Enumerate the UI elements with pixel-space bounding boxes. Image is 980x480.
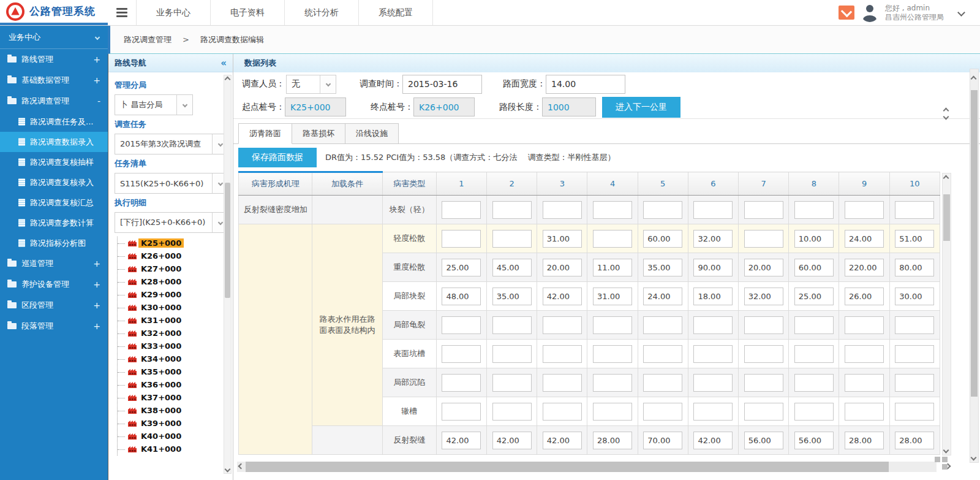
- damage-value-input[interactable]: [593, 259, 632, 276]
- damage-value-input[interactable]: [794, 288, 834, 305]
- damage-value-input[interactable]: [794, 432, 834, 449]
- damage-value-input[interactable]: [543, 374, 582, 392]
- scroll-left-icon[interactable]: [238, 463, 244, 470]
- top-nav-item[interactable]: 系统配置: [358, 0, 433, 25]
- expand-toggle-icon[interactable]: +: [93, 280, 100, 289]
- damage-value-input[interactable]: [693, 201, 733, 219]
- sidebar-item[interactable]: 段落管理+: [0, 316, 108, 337]
- expand-toggle-icon[interactable]: +: [93, 55, 100, 64]
- damage-value-input[interactable]: [895, 230, 934, 248]
- scrollbar-thumb[interactable]: [971, 90, 978, 397]
- grid-vertical-scrollbar[interactable]: [942, 173, 951, 455]
- damage-value-input[interactable]: [794, 403, 834, 421]
- damage-value-input[interactable]: [794, 374, 834, 392]
- damage-value-input[interactable]: [442, 374, 481, 392]
- damage-value-input[interactable]: [543, 288, 582, 305]
- scrollbar-thumb[interactable]: [943, 194, 950, 241]
- sidebar-item[interactable]: 路线管理+: [0, 49, 108, 70]
- damage-value-input[interactable]: [442, 345, 481, 363]
- damage-value-input[interactable]: [895, 201, 934, 219]
- damage-value-input[interactable]: [693, 374, 733, 392]
- damage-value-input[interactable]: [492, 374, 532, 392]
- damage-value-input[interactable]: [744, 201, 783, 219]
- damage-value-input[interactable]: [693, 230, 733, 248]
- damage-value-input[interactable]: [643, 374, 682, 392]
- damage-value-input[interactable]: [643, 259, 682, 276]
- sidebar-subitem[interactable]: 路况调查参数计算: [0, 213, 108, 233]
- damage-value-input[interactable]: [895, 259, 934, 276]
- expand-toggle-icon[interactable]: +: [93, 321, 100, 331]
- damage-value-input[interactable]: [543, 432, 582, 449]
- tree-item[interactable]: K40+000: [118, 430, 233, 443]
- damage-value-input[interactable]: [845, 316, 884, 334]
- top-nav-item[interactable]: 统计分析: [284, 0, 358, 25]
- tree-item[interactable]: K32+000: [118, 327, 233, 340]
- damage-value-input[interactable]: [744, 403, 783, 421]
- damage-value-input[interactable]: [442, 230, 481, 248]
- scroll-down-icon[interactable]: [971, 455, 977, 461]
- damage-value-input[interactable]: [744, 432, 783, 449]
- tree-item[interactable]: K26+000: [118, 250, 233, 262]
- sidebar-item[interactable]: 路况调查管理-: [0, 91, 108, 112]
- damage-value-input[interactable]: [895, 374, 934, 392]
- road-width-input[interactable]: [546, 75, 625, 94]
- scroll-down-icon[interactable]: [225, 467, 231, 473]
- damage-value-input[interactable]: [643, 403, 682, 421]
- sidebar-subitem[interactable]: 路况调查任务及...: [0, 112, 108, 132]
- panel-scrollbar[interactable]: [224, 75, 232, 474]
- damage-value-input[interactable]: [693, 259, 733, 276]
- damage-value-input[interactable]: [492, 201, 532, 219]
- tree-item[interactable]: K37+000: [118, 391, 233, 404]
- damage-value-input[interactable]: [643, 345, 682, 363]
- next-kilometer-button[interactable]: 进入下一公里: [602, 97, 680, 118]
- damage-value-input[interactable]: [492, 432, 532, 449]
- damage-value-input[interactable]: [492, 345, 532, 363]
- sidebar-item[interactable]: 巡道管理+: [0, 253, 108, 274]
- sidebar-item[interactable]: 区段管理+: [0, 295, 108, 316]
- tree-item[interactable]: K33+000: [118, 340, 233, 352]
- tab-item[interactable]: 路基损坏: [292, 123, 345, 144]
- damage-value-input[interactable]: [543, 259, 582, 276]
- chevron-down-icon[interactable]: [176, 95, 192, 115]
- tree-item[interactable]: K30+000: [118, 301, 233, 314]
- chevron-down-icon[interactable]: [320, 75, 336, 93]
- damage-value-input[interactable]: [693, 316, 733, 334]
- damage-value-input[interactable]: [643, 201, 682, 219]
- damage-value-input[interactable]: [492, 288, 532, 305]
- damage-value-input[interactable]: [543, 201, 582, 219]
- damage-value-input[interactable]: [543, 345, 582, 363]
- damage-value-input[interactable]: [442, 316, 481, 334]
- damage-value-input[interactable]: [492, 403, 532, 421]
- tree-item[interactable]: K28+000: [118, 275, 233, 288]
- damage-value-input[interactable]: [845, 374, 884, 392]
- damage-value-input[interactable]: [593, 230, 632, 248]
- filter-select[interactable]: [下行](K25+0-K66+0): [115, 212, 228, 233]
- user-avatar[interactable]: [861, 4, 879, 22]
- tree-item[interactable]: K34+000: [118, 352, 233, 365]
- damage-value-input[interactable]: [643, 288, 682, 305]
- scroll-up-icon[interactable]: [971, 76, 977, 82]
- damage-value-input[interactable]: [794, 230, 834, 248]
- damage-value-input[interactable]: [693, 288, 733, 305]
- damage-value-input[interactable]: [442, 432, 481, 449]
- tab-item[interactable]: 沿线设施: [345, 123, 399, 144]
- damage-value-input[interactable]: [593, 374, 632, 392]
- damage-value-input[interactable]: [492, 259, 532, 276]
- breadcrumb-section[interactable]: 路况调查管理: [124, 34, 172, 45]
- surveyor-select[interactable]: 无: [286, 75, 336, 94]
- sidebar-title[interactable]: 业务中心: [0, 26, 108, 49]
- damage-value-input[interactable]: [643, 316, 682, 334]
- damage-value-input[interactable]: [744, 316, 783, 334]
- damage-value-input[interactable]: [744, 230, 783, 248]
- damage-value-input[interactable]: [794, 345, 834, 363]
- damage-value-input[interactable]: [543, 230, 582, 248]
- grid-horizontal-scrollbar[interactable]: [237, 462, 937, 472]
- damage-value-input[interactable]: [593, 288, 632, 305]
- tree-item[interactable]: K36+000: [118, 378, 233, 391]
- damage-value-input[interactable]: [593, 403, 632, 421]
- damage-value-input[interactable]: [643, 432, 682, 449]
- damage-value-input[interactable]: [794, 316, 834, 334]
- sidebar-subitem[interactable]: 路况调查数据录入: [0, 132, 108, 152]
- tree-item[interactable]: K39+000: [118, 417, 233, 430]
- damage-value-input[interactable]: [845, 201, 884, 219]
